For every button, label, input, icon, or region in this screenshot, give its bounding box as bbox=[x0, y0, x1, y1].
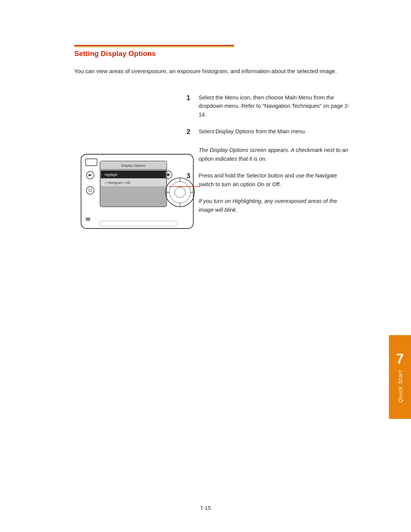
side-tab: 7 Quick Start bbox=[389, 335, 411, 419]
red-line bbox=[74, 45, 234, 46]
svg-text:Display Options: Display Options bbox=[121, 164, 145, 168]
svg-point-22 bbox=[167, 173, 170, 176]
svg-rect-23 bbox=[100, 221, 176, 226]
top-decorative-lines bbox=[74, 45, 234, 47]
side-tab-text: Quick Start bbox=[397, 370, 403, 403]
intro-text: You can view areas of overexposure, an e… bbox=[74, 67, 341, 76]
svg-text:W: W bbox=[86, 216, 91, 222]
svg-point-12 bbox=[89, 189, 92, 192]
camera-diagram-area: Display Options Highlight ✓Histogram / I… bbox=[74, 147, 200, 238]
steps-container: 1 Select the Menu icon, then choose Main… bbox=[186, 93, 350, 222]
svg-point-14 bbox=[166, 178, 194, 207]
svg-rect-1 bbox=[86, 159, 97, 166]
step-3: 3 Press and hold the Selector button and… bbox=[186, 171, 350, 189]
svg-point-11 bbox=[86, 187, 94, 194]
step-2-text: Select Display Options from the Main men… bbox=[199, 127, 350, 137]
step-3-note: If you turn on Highlighting, any overexp… bbox=[199, 197, 350, 214]
svg-marker-10 bbox=[89, 174, 92, 176]
step-1-text: Select the Menu icon, then choose Main M… bbox=[199, 93, 350, 119]
svg-text:✓Histogram / Info: ✓Histogram / Info bbox=[105, 181, 131, 185]
step-1-number: 1 bbox=[186, 93, 199, 119]
step-1: 1 Select the Menu icon, then choose Main… bbox=[186, 93, 350, 119]
side-tab-number: 7 bbox=[396, 351, 404, 367]
step-2-note: The Display Options screen appears. A ch… bbox=[199, 146, 350, 163]
step-2-number: 2 bbox=[186, 127, 199, 137]
section-heading: Setting Display Options bbox=[74, 50, 156, 58]
svg-text:Highlight: Highlight bbox=[105, 173, 118, 177]
camera-diagram-svg: Display Options Highlight ✓Histogram / I… bbox=[74, 147, 200, 238]
step-3-text: Press and hold the Selector button and u… bbox=[199, 171, 350, 189]
svg-point-15 bbox=[169, 182, 191, 203]
page-container: Setting Display Options You can view are… bbox=[0, 0, 411, 532]
page-number: 7-15 bbox=[200, 505, 211, 511]
step-2: 2 Select Display Options from the Main m… bbox=[186, 127, 350, 137]
gold-line bbox=[74, 46, 234, 47]
svg-point-16 bbox=[175, 187, 185, 198]
